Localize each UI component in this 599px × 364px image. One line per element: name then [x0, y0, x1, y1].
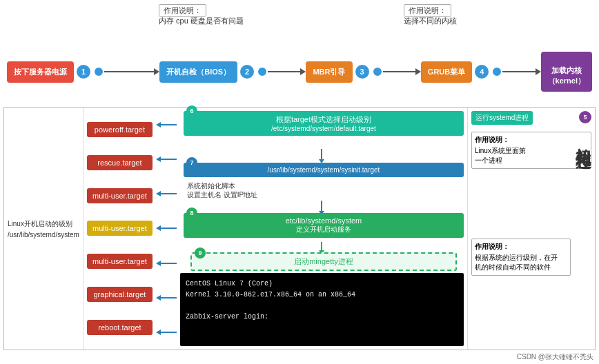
h-arrow-6: [156, 295, 177, 301]
step9-box: 9 启动mingetty进程: [190, 252, 457, 271]
step6-line1: 根据target模式选择启动级别: [189, 114, 458, 125]
step5-label: 运行systemd进程: [471, 111, 533, 125]
annotation1-text: 内存 cpu 硬盘是否有问题: [159, 17, 244, 25]
flow-arrow-4: 4: [472, 65, 540, 79]
line-1: [104, 71, 154, 72]
annotation2-title: 作用说明：: [404, 4, 451, 17]
flow-step-5[interactable]: 加载内核 （kernel）: [541, 52, 592, 92]
right-ann1-text: Linux系统里面第 一个进程: [475, 146, 588, 165]
target-reboot[interactable]: reboot.target: [87, 320, 153, 335]
target-poweroff[interactable]: poweroff.target: [87, 122, 153, 137]
h-arrow-4: [156, 225, 177, 231]
target-graphical[interactable]: graphical.target: [87, 287, 153, 302]
line-3: [383, 71, 415, 72]
step6-num: 6: [186, 105, 197, 117]
target-rescue[interactable]: rescue.target: [87, 155, 153, 170]
bottom-section: Linux开机启动的级别 /usr/lib/systemd/system pow…: [3, 107, 596, 350]
terminal-line1: CentOS Linux 7 (Core): [186, 279, 458, 290]
flow-step-2[interactable]: 开机自检（BIOS）: [159, 61, 237, 83]
arrow-col: [156, 108, 177, 350]
down-arrow-67: [319, 149, 324, 163]
h-arrow-3: [156, 191, 177, 196]
right-ann2-text: 根据系统的运行级别，在开 机的时候自动不同的软件: [475, 253, 567, 272]
step7-label: /usr/lib/systemd/system/sysinit.target: [189, 166, 458, 174]
watermark: CSDN @张大锤锤不禿头: [517, 352, 593, 362]
flow-arrow-1: 1: [74, 65, 159, 79]
right-ann2-title: 作用说明：: [475, 242, 567, 252]
top-flow-section: 作用说明： 内存 cpu 硬盘是否有问题 作用说明： 选择不同的内核 按下服务器…: [0, 0, 599, 110]
h-arrow-5: [156, 261, 177, 266]
step7-box: 7 /usr/lib/systemd/system/sysinit.target: [184, 163, 464, 177]
step8-line2: 定义开机启动服务: [189, 225, 458, 234]
arrowhead-2: [300, 68, 306, 75]
target-list: poweroff.target rescue.target multi-user…: [84, 108, 156, 350]
flow-step-3[interactable]: MBR引导: [306, 61, 352, 83]
flow-step-4[interactable]: GRUB菜单: [421, 61, 472, 83]
target-multiuser-3[interactable]: multi-user.target: [87, 254, 153, 269]
step6-box: 6 根据target模式选择启动级别 /etc/systemd/system/d…: [184, 111, 464, 136]
left-label-line1: Linux开机启动的级别: [8, 219, 72, 229]
arrowhead-4: [536, 68, 541, 75]
line-2: [268, 71, 300, 72]
arrowhead-3: [415, 68, 421, 75]
flow-step-1[interactable]: 按下服务器电源: [7, 61, 74, 83]
step9-num: 9: [195, 247, 206, 259]
flow-arrow-3: 3: [353, 65, 421, 79]
step7-num: 7: [186, 157, 197, 168]
h-arrow-7: [156, 330, 177, 335]
step7-sub2: 设置主机名 设置IP地址: [187, 190, 257, 200]
step8-num: 8: [186, 208, 197, 219]
annotation2-area: 作用说明： 选择不同的内核: [404, 6, 457, 26]
step9-label: 启动mingetty进程: [294, 257, 353, 265]
terminal-box: CentOS Linux 7 (Core) Kernel 3.10.0-862.…: [180, 273, 464, 346]
dot-4: [493, 68, 501, 76]
h-arrow-1: [156, 122, 177, 128]
flow-arrow-2: 2: [237, 65, 306, 79]
step8-box: 8 etc/lib/systemd/system 定义开机启动服务: [184, 213, 464, 238]
terminal-line4: Zabbix-server login:: [186, 312, 458, 323]
step8-line1: etc/lib/systemd/system: [189, 216, 458, 225]
left-label: Linux开机启动的级别 /usr/lib/systemd/system: [4, 108, 84, 350]
arrowhead-1: [154, 68, 159, 75]
step-num-3: 3: [355, 65, 369, 79]
step-num-4: 4: [475, 65, 489, 79]
flow-row: 按下服务器电源 1 开机自检（BIOS） 2 MBR引导 3: [7, 52, 592, 92]
step-num-2: 2: [240, 65, 254, 79]
dot-2: [258, 68, 266, 76]
right-annotation2: 作用说明： 根据系统的运行级别，在开 机的时候自动不同的软件: [471, 239, 571, 276]
dot-1: [95, 68, 103, 76]
step5-num: 5: [579, 111, 591, 123]
annotation1-area: 作用说明： 内存 cpu 硬盘是否有问题: [159, 6, 244, 26]
annotation1-title: 作用说明：: [159, 4, 206, 17]
center-flow: 6 根据target模式选择启动级别 /etc/systemd/system/d…: [177, 108, 467, 350]
left-label-line2: /usr/lib/systemd/system: [8, 231, 79, 239]
step-num-1: 1: [77, 65, 90, 79]
right-ann1-title: 作用说明：: [475, 135, 588, 145]
step6-line2: /etc/systemd/system/default.target: [189, 125, 458, 132]
h-arrow-2: [156, 156, 177, 162]
step7-sub1: 系统初始化脚本: [187, 181, 235, 191]
right-panel: 5 运行systemd进程 作用说明： Linux系统里面第 一个进程 初始化过…: [467, 108, 595, 350]
terminal-line2: Kernel 3.10.0-862.e17.x86_64 on an x86_6…: [186, 290, 458, 301]
annotation2-text: 选择不同的内核: [404, 17, 457, 25]
target-multiuser-1[interactable]: multi-user.target: [87, 188, 153, 203]
line-4: [502, 71, 535, 72]
target-multiuser-2[interactable]: multi-user.target: [87, 221, 153, 236]
init-process-text: 初始化过程: [573, 135, 593, 145]
terminal-line3: [186, 301, 458, 312]
dot-3: [373, 68, 382, 76]
